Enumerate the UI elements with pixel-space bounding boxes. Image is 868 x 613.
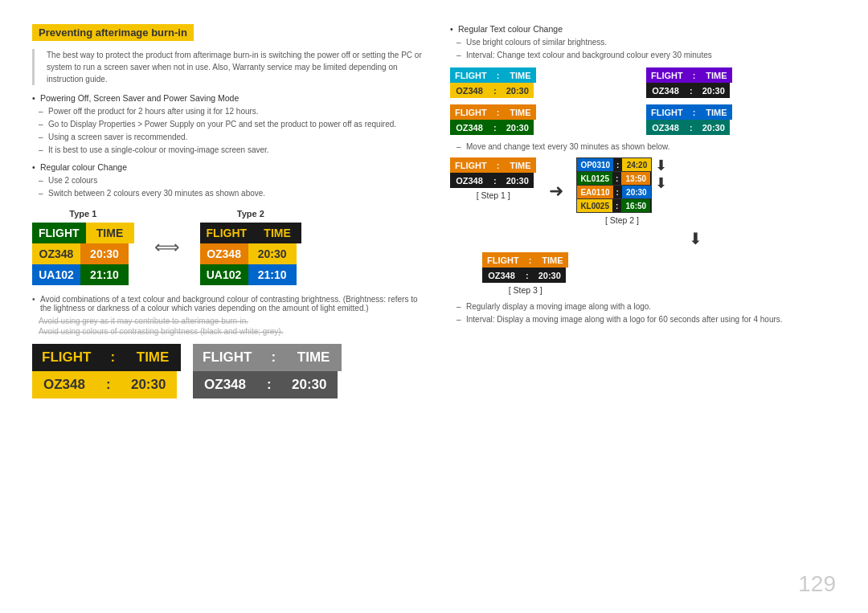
mb3-r1c1: OZ348 (450, 120, 489, 135)
mb4-h2: TIME (700, 104, 732, 120)
lb2-h1: FLIGHT (193, 344, 261, 371)
s2-r4-sep: : (612, 199, 621, 212)
mini-board-3: FLIGHT : TIME OZ348 : 20:30 (450, 104, 640, 135)
s2-r4c2: 16:50 (621, 199, 650, 212)
mb4-r1c1: OZ348 (646, 120, 685, 135)
page-number: 129 (798, 571, 836, 597)
mb3-sep: : (492, 104, 505, 120)
step3-board: FLIGHT : TIME OZ348 : 20:30 (482, 252, 568, 283)
t1-h2: TIME (86, 223, 134, 243)
t1-r2c2: 21:10 (80, 264, 129, 285)
mb2-h2: TIME (700, 67, 732, 83)
s3-h2: TIME (536, 252, 568, 268)
step2-container: OP0310 : 24:20 KL0125 : 13:50 EA0110 : (576, 157, 667, 225)
mb3-h1: FLIGHT (450, 104, 492, 120)
mb3-h2: TIME (504, 104, 536, 120)
type-section: Type 1 FLIGHT TIME OZ348 20:30 UA102 21:… (32, 209, 426, 285)
right-dash2: Interval: Change text colour and backgro… (450, 50, 836, 61)
lb1-h2: TIME (125, 344, 181, 371)
double-arrow-icon: ⟺ (154, 237, 180, 258)
s2-r2c1: KL0125 (577, 172, 612, 185)
s3-r1c1: OZ348 (482, 268, 521, 283)
lb1-sep: : (100, 344, 125, 371)
mb3-r1c2: 20:30 (502, 120, 534, 135)
dash-screensaver: Using a screen saver is recommended. (32, 132, 426, 143)
type1-label: Type 1 (69, 209, 96, 219)
boards-grid: FLIGHT : TIME OZ348 : 20:30 FLIGHT : TIM… (450, 67, 836, 135)
t1-h1: FLIGHT (32, 223, 86, 243)
step1-label: [ Step 1 ] (477, 190, 510, 200)
mb2-r1c2: 20:30 (698, 83, 730, 98)
regular-note: Regularly display a moving image along w… (450, 301, 836, 313)
lb2-r1-sep: : (257, 371, 281, 398)
step-down-arrow: ⬇ (450, 229, 836, 248)
lb2-r1c2: 20:30 (281, 371, 338, 398)
mini-board-2: FLIGHT : TIME OZ348 : 20:30 (646, 67, 836, 98)
mb1-sep: : (492, 67, 505, 83)
lb1-h1: FLIGHT (32, 344, 100, 371)
mini-board-4: FLIGHT : TIME OZ348 : 20:30 (646, 104, 836, 135)
step-arrow-right: ➜ (549, 181, 563, 202)
s1-h2: TIME (504, 157, 536, 173)
s2-r2c2: 13:50 (621, 172, 650, 185)
t2-r1c2: 20:30 (248, 243, 297, 264)
type1-block: Type 1 FLIGHT TIME OZ348 20:30 UA102 21:… (32, 209, 134, 285)
s2-r1-sep: : (613, 158, 622, 171)
down-arrow-1: ⬇ (655, 157, 667, 175)
s2-r1c2: 24:20 (622, 158, 651, 171)
step3-container: FLIGHT : TIME OZ348 : 20:30 [ Step 3 ] (482, 252, 568, 295)
right-dash1: Use bright colours of similar brightness… (450, 37, 836, 48)
down-arrow-2: ⬇ (655, 175, 667, 193)
type2-board: FLIGHT TIME OZ348 20:30 UA102 21:10 (200, 223, 302, 285)
mb1-r1-sep: : (489, 83, 502, 98)
t2-h1: FLIGHT (200, 223, 254, 243)
s2-r3c2: 20:30 (622, 186, 651, 198)
avoid-bullet: Avoid combinations of a text colour and … (32, 295, 426, 313)
mb2-r1-sep: : (685, 83, 698, 98)
mb2-sep: : (688, 67, 701, 83)
mb1-h2: TIME (504, 67, 536, 83)
bullet-colour-title: Regular colour Change (32, 162, 426, 172)
lb2-sep: : (261, 344, 285, 371)
bottom-boards: FLIGHT : TIME OZ348 : 20:30 FLIGHT : TIM… (32, 344, 426, 398)
mb2-h1: FLIGHT (646, 67, 688, 83)
mb4-sep: : (688, 104, 701, 120)
s3-r1c2: 20:30 (534, 268, 566, 283)
t1-r1c2: 20:30 (80, 243, 129, 264)
lb1-r1c1: OZ348 (32, 371, 96, 398)
s2-r4c1: KL0025 (577, 199, 612, 212)
t2-r2c2: 21:10 (248, 264, 297, 285)
dash-switch: Switch between 2 colours every 30 minute… (32, 188, 426, 199)
interval-note: Interval: Display a moving image along w… (450, 314, 836, 325)
mb4-h1: FLIGHT (646, 104, 688, 120)
t2-r1c1: OZ348 (200, 243, 248, 264)
mb3-r1-sep: : (489, 120, 502, 135)
large-board-1: FLIGHT : TIME OZ348 : 20:30 (32, 344, 181, 398)
double-down-arrows: ⬇ ⬇ (655, 157, 667, 192)
move-note: Move and change text every 30 minutes as… (450, 141, 836, 153)
regular-notes: Regularly display a moving image along w… (450, 301, 836, 325)
step1-board: FLIGHT : TIME OZ348 : 20:30 (450, 157, 536, 188)
s1-r1sep: : (489, 173, 502, 188)
mb1-r1c2: 20:30 (502, 83, 534, 98)
s2-r3c1: EA0110 (577, 186, 612, 198)
s2-r3-sep: : (613, 186, 622, 198)
large-board-2: FLIGHT : TIME OZ348 : 20:30 (193, 344, 342, 398)
mb1-r1c1: OZ348 (450, 83, 489, 98)
intro-text: The best way to protect the product from… (32, 49, 426, 85)
mb1-h1: FLIGHT (450, 67, 492, 83)
mb4-r1-sep: : (685, 120, 698, 135)
step-section: FLIGHT : TIME OZ348 : 20:30 [ Step 1 ] ➜ (450, 157, 836, 225)
bullet-colour: Regular colour Change Use 2 colours Swit… (32, 162, 426, 199)
section-title: Preventing afterimage burn-in (32, 24, 194, 41)
dash-use2: Use 2 colours (32, 175, 426, 186)
dash-single: It is best to use a single-colour or mov… (32, 145, 426, 156)
t2-h2: TIME (253, 223, 301, 243)
s1-sep: : (492, 157, 505, 173)
lb1-r1-sep: : (96, 371, 121, 398)
right-bullet: Regular Text colour Change (450, 24, 836, 34)
s1-r1c1: OZ348 (450, 173, 489, 188)
dash-poweroff: Power off the product for 2 hours after … (32, 106, 426, 117)
lb2-h2: TIME (285, 344, 342, 371)
lb2-r1c1: OZ348 (193, 371, 257, 398)
